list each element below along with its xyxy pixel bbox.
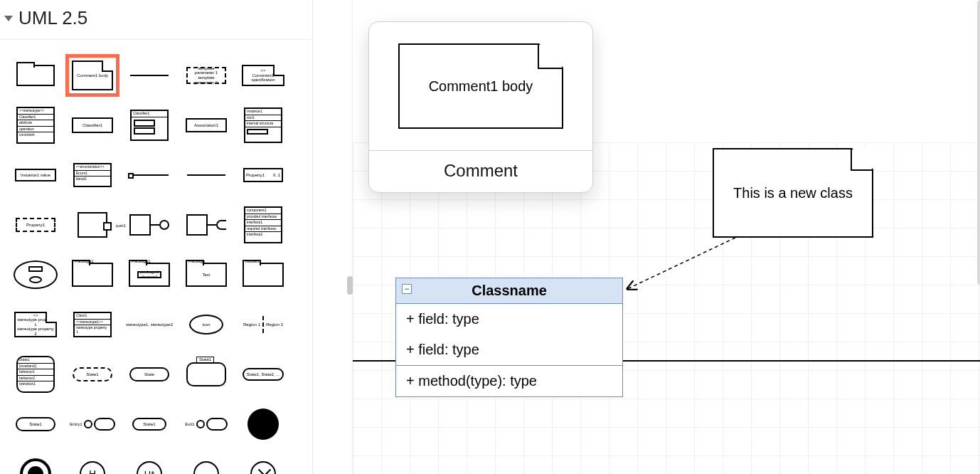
uml-class-element[interactable]: − Classname + field: type + field: type …: [395, 278, 623, 397]
comment-note-text[interactable]: This is a new class: [733, 185, 853, 201]
note-fold-icon: [538, 45, 562, 69]
shape-instance-slots[interactable]: Instance1slot1internal structure: [236, 104, 290, 147]
shape-icon-ellipse[interactable]: icon: [179, 303, 233, 346]
shape-instance-value[interactable]: Instance1 value: [9, 154, 63, 196]
shape-assoc-line[interactable]: [179, 154, 233, 196]
shape-initial-state[interactable]: [236, 403, 290, 446]
shape-assoc-nav-line[interactable]: [122, 154, 176, 196]
diagram-canvas[interactable]: Comment1 body Comment 1 This is a new cl…: [353, 0, 980, 474]
canvas-comment-note[interactable]: This is a new class: [713, 148, 873, 238]
shape-state-pill[interactable]: State1: [122, 403, 176, 446]
uml-class-header[interactable]: − Classname: [396, 278, 622, 304]
sidebar-collapse-handle[interactable]: [347, 276, 353, 295]
shape-state-rounded[interactable]: State1: [9, 403, 63, 446]
shape-stereotype-note[interactable]: <>stereotype property 1stereotype proper…: [9, 303, 63, 346]
shape-template-params[interactable]: template parameter 1template parameter 2: [179, 54, 233, 97]
shape-comment-note[interactable]: Comment1 body: [65, 54, 119, 97]
shape-enumeration[interactable]: <<enumeration>>Enum1literal1: [65, 154, 119, 196]
shape-exit-point[interactable]: Exit1: [179, 403, 233, 446]
shape-interface-socket[interactable]: [179, 204, 233, 246]
shape-provided-required[interactable]: Property1: [9, 204, 63, 246]
shape-final-state[interactable]: [9, 453, 63, 474]
app-root: UML 2.5 Comment1 bodytemplate parameter …: [0, 0, 980, 474]
note-fold-icon: [851, 149, 872, 171]
uml-class-methods[interactable]: + method(type): type: [396, 366, 622, 396]
uml-class-name[interactable]: Classname: [472, 283, 547, 298]
shape-port[interactable]: port1: [65, 204, 119, 246]
shape-entry-point[interactable]: Entry1: [65, 403, 119, 446]
shape-state-dashed[interactable]: State1: [65, 353, 119, 396]
shape-choice-x[interactable]: [236, 453, 290, 474]
panel-header[interactable]: UML 2.5: [0, 0, 312, 40]
shape-package-element[interactable]: Package1packaged element1: [122, 253, 176, 296]
shape-package-folder[interactable]: [9, 54, 63, 97]
shape-preview-tooltip: Comment1 body Comment: [368, 21, 593, 193]
shape-preview-graphic: Comment1 body: [369, 22, 592, 150]
shape-state-simple[interactable]: State: [122, 353, 176, 396]
shape-component-ifaces[interactable]: component1provided interfacesinterface1r…: [236, 204, 290, 246]
sidebar-gutter: [313, 0, 353, 474]
shape-stereotype-label[interactable]: stereotype1, stereotype2: [122, 303, 176, 346]
shape-state-tab[interactable]: State1: [179, 353, 233, 396]
shape-empty-circle[interactable]: [179, 453, 233, 474]
shape-usecase-model[interactable]: [9, 253, 63, 296]
shape-classifier-simple[interactable]: Classifier1: [65, 104, 119, 147]
shape-history-deep[interactable]: H*: [122, 453, 176, 474]
shape-class-stereotype[interactable]: Class1<<stereotype1>>stereotype property…: [65, 303, 119, 346]
shape-classifier-detailed[interactable]: <<stereotype>>Classifier1attributeoperat…: [9, 104, 63, 147]
shape-history-shallow[interactable]: H: [65, 453, 119, 474]
shape-sidebar: UML 2.5 Comment1 bodytemplate parameter …: [0, 0, 313, 474]
shape-state-detailed[interactable]: State1[invariant1]behavior1behavior2tran…: [9, 353, 63, 396]
shape-preview-caption: Comment: [369, 150, 592, 192]
uml-field-row[interactable]: + field: type: [396, 304, 622, 335]
shape-association-rect[interactable]: Association1: [179, 104, 233, 147]
comment-note-preview: Comment1 body: [398, 43, 563, 129]
preview-body-text: Comment1 body: [429, 78, 533, 95]
vertical-scrollbar[interactable]: [977, 0, 980, 285]
uml-class-fields[interactable]: + field: type + field: type: [396, 304, 622, 366]
shape-model-pkg[interactable]: Model1: [236, 253, 290, 296]
shape-state-list[interactable]: State1, State2, ...: [236, 353, 290, 396]
shape-package-pkg1[interactable]: Package1: [65, 253, 119, 296]
shape-interface-ball[interactable]: [122, 204, 176, 246]
uml-method-row[interactable]: + method(type): type: [396, 366, 622, 396]
shape-property-mult[interactable]: Property10..1: [236, 154, 290, 196]
class-collapse-icon[interactable]: −: [402, 284, 412, 294]
shape-package-text[interactable]: PackageText: [179, 253, 233, 296]
collapse-triangle-icon[interactable]: [4, 16, 13, 21]
shape-dependency-line[interactable]: [122, 54, 176, 97]
shape-region-split[interactable]: Region 1Region 2: [236, 303, 290, 346]
shape-classifier-nested[interactable]: Classifier1: [122, 104, 176, 147]
panel-title: UML 2.5: [18, 7, 87, 29]
shape-palette: Comment1 bodytemplate parameter 1templat…: [0, 40, 312, 474]
uml-field-row[interactable]: + field: type: [396, 335, 622, 365]
shape-constraint-note[interactable]: <>Constraint1 specification: [236, 54, 290, 97]
